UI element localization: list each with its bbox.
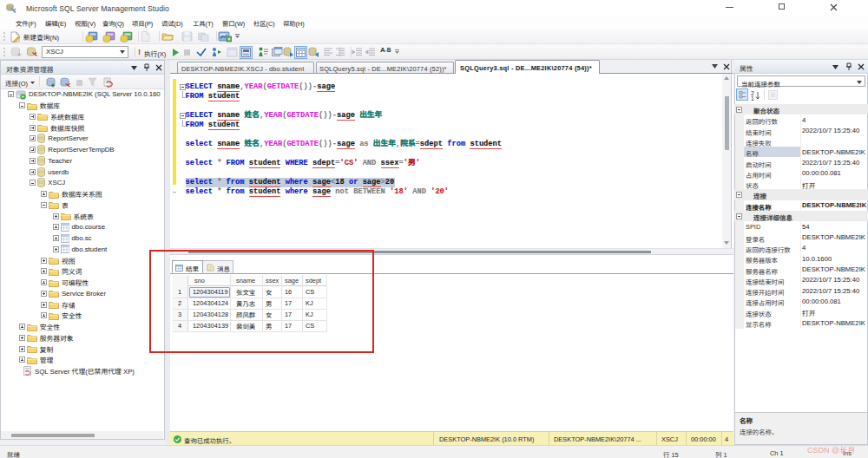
svg-text:1: 1: [751, 95, 754, 101]
